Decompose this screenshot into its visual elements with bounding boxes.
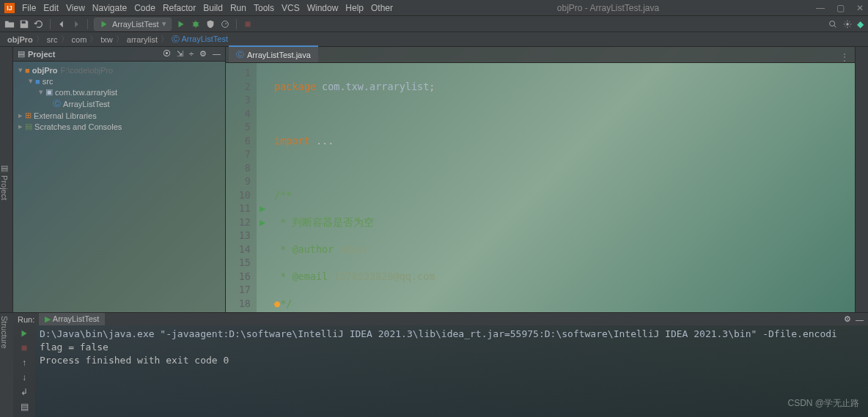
avatar-icon[interactable]: ◆ [857, 19, 864, 29]
svg-point-5 [846, 23, 849, 26]
editor-area: ⒸArrayListTest.java ⋮ 123456789101112131… [226, 47, 855, 312]
menu-help[interactable]: Help [345, 3, 364, 13]
debug-icon[interactable] [191, 19, 201, 29]
svg-rect-3 [245, 21, 250, 26]
profile-icon[interactable] [220, 19, 230, 29]
window-title: objPro - ArrayListTest.java [400, 3, 816, 13]
up-icon[interactable]: ↑ [22, 358, 26, 368]
sidebar-right [855, 47, 868, 312]
svg-rect-0 [22, 21, 26, 23]
run-gear-icon[interactable]: ⚙ [844, 314, 851, 324]
run-toolbar: ↑ ↓ ↲ ▤ 🗑 [13, 325, 35, 417]
toolbar: ArrayListTest ▾ ◆ [0, 16, 868, 32]
tab-more-icon[interactable]: ⋮ [840, 52, 849, 62]
breadcrumb: objPro〉 src〉 com〉 txw〉 arrarylist〉 Ⓒ Arr… [0, 32, 868, 47]
save-icon[interactable] [19, 19, 29, 29]
menu-navigate[interactable]: Navigate [92, 3, 127, 13]
tree-file[interactable]: Ⓒ ArrayListTest [16, 97, 222, 110]
tree-package[interactable]: ▾▣ com.txw.arrarylist [16, 86, 222, 97]
maximize-icon[interactable]: ▢ [836, 3, 845, 13]
menu-refactor[interactable]: Refactor [163, 3, 196, 13]
gutter-icons: ▶ ▶ [257, 63, 268, 312]
run-panel: Structure Run: ▶ ArrayListTest ⚙ — ↑ ↓ ↲… [0, 312, 868, 417]
back-icon[interactable] [56, 19, 67, 29]
run-config-selector[interactable]: ArrayListTest ▾ [94, 18, 172, 31]
console-line: D:\Java\bin\java.exe "-javaagent:D:\soft… [40, 328, 864, 341]
menu-file[interactable]: File [22, 3, 36, 13]
close-icon[interactable]: ✕ [856, 3, 864, 13]
editor-tab[interactable]: ⒸArrayListTest.java [229, 45, 318, 62]
menu-view[interactable]: View [66, 3, 85, 13]
main-area: ▤ Project ▤ Project ⦿ ⇲ ÷ ⚙ — ▾■ objProF… [0, 47, 868, 312]
print-icon[interactable]: ▤ [21, 402, 29, 412]
select-target-icon[interactable]: ⦿ [163, 49, 171, 59]
project-tree: ▾■ objProF:\code\objPro ▾■ src ▾▣ com.tx… [13, 62, 225, 135]
menu-code[interactable]: Code [134, 3, 155, 13]
menu-edit[interactable]: Edit [43, 3, 59, 13]
svg-point-1 [193, 21, 198, 26]
gear-icon[interactable]: ⚙ [199, 49, 207, 59]
collapse-icon[interactable]: ÷ [189, 49, 194, 59]
run-gutter-icon[interactable]: ▶ [257, 215, 268, 229]
wrap-icon[interactable]: ↲ [21, 387, 28, 397]
menu-tools[interactable]: Tools [254, 3, 274, 13]
app-icon: IJ [4, 3, 15, 13]
search-icon[interactable] [828, 19, 838, 29]
chevron-down-icon: ▾ [162, 19, 166, 29]
forward-icon[interactable] [71, 19, 81, 29]
down-icon[interactable]: ↓ [22, 372, 26, 383]
coverage-icon[interactable] [205, 19, 216, 29]
crumb-txw[interactable]: txw [98, 35, 116, 44]
tree-scratches[interactable]: ▸▤ Scratches and Consoles [16, 121, 222, 132]
panel-title: Project [28, 50, 163, 59]
stop-icon[interactable] [243, 19, 253, 29]
console-line: Process finished with exit code 0 [40, 354, 864, 367]
tree-ext-libs[interactable]: ▸⊞ External Libraries [16, 110, 222, 121]
run-tab[interactable]: ▶ ArrayListTest [39, 313, 105, 325]
structure-tab[interactable]: Structure [0, 313, 13, 417]
rerun-icon[interactable] [19, 328, 29, 339]
svg-point-4 [830, 21, 835, 26]
menu-run[interactable]: Run [230, 3, 246, 13]
panel-toggle-icon[interactable]: ▤ [18, 49, 25, 59]
expand-icon[interactable]: ⇲ [177, 49, 183, 59]
run-tabbar: Run: ▶ ArrayListTest ⚙ — [13, 313, 868, 325]
hide-icon[interactable]: — [213, 49, 221, 59]
editor-tabbar: ⒸArrayListTest.java ⋮ [226, 47, 855, 63]
refresh-icon[interactable] [34, 19, 44, 29]
open-icon[interactable] [4, 19, 15, 29]
titlebar: IJ File Edit View Navigate Code Refactor… [0, 0, 868, 16]
run-config-label: ArrayListTest [112, 20, 159, 29]
console-line: flag = false [40, 341, 864, 354]
crumb-pkg[interactable]: arrarylist [124, 35, 161, 44]
settings-icon[interactable] [842, 19, 853, 29]
line-gutter: 1234567891011121314151617181920 [226, 63, 257, 312]
stop-run-icon[interactable] [19, 343, 29, 353]
crumb-com[interactable]: com [69, 35, 90, 44]
crumb-src[interactable]: src [44, 35, 61, 44]
menu-other[interactable]: Other [371, 3, 393, 13]
run-gutter-icon[interactable]: ▶ [257, 202, 268, 215]
menu-window[interactable]: Window [307, 3, 339, 13]
run-hide-icon[interactable]: — [856, 315, 864, 324]
tree-src[interactable]: ▾■ src [16, 75, 222, 86]
menu-build[interactable]: Build [203, 3, 223, 13]
run-icon[interactable] [176, 19, 186, 29]
tree-root[interactable]: ▾■ objProF:\code\objPro [16, 64, 222, 75]
tab-label: ArrayListTest.java [247, 51, 311, 59]
watermark: CSDN @学无止路 [787, 397, 859, 410]
menu-vcs[interactable]: VCS [282, 3, 300, 13]
console-output[interactable]: D:\Java\bin\java.exe "-javaagent:D:\soft… [35, 325, 868, 417]
sidebar-project-tab[interactable]: ▤ Project [0, 47, 13, 312]
crumb-file[interactable]: Ⓒ ArrayListTest [169, 34, 231, 45]
project-panel: ▤ Project ⦿ ⇲ ÷ ⚙ — ▾■ objProF:\code\obj… [13, 47, 226, 312]
code-text[interactable]: package com.txw.arrarylist; import ... /… [268, 63, 855, 312]
run-label: Run: [18, 315, 34, 324]
minimize-icon[interactable]: — [816, 3, 825, 13]
svg-rect-6 [22, 346, 27, 351]
project-panel-header: ▤ Project ⦿ ⇲ ÷ ⚙ — [13, 47, 225, 62]
crumb-project[interactable]: objPro [4, 35, 36, 44]
code-editor[interactable]: 1234567891011121314151617181920 ▶ ▶ pack… [226, 63, 855, 312]
